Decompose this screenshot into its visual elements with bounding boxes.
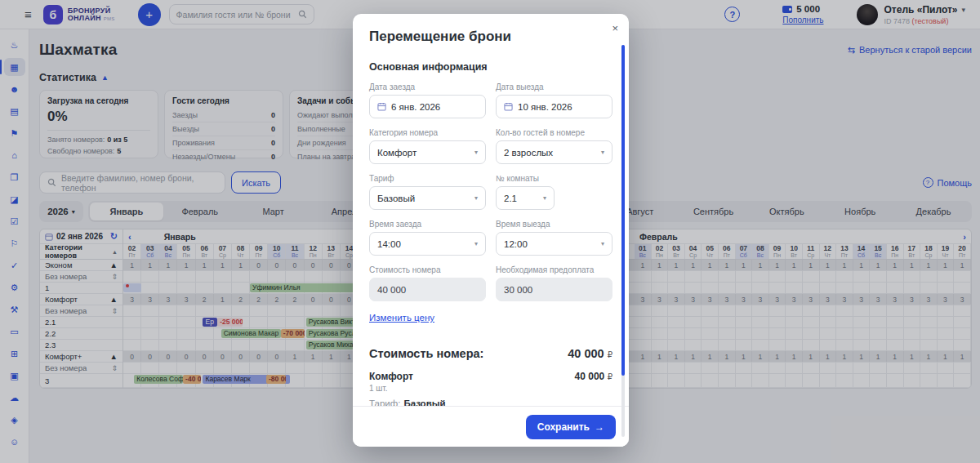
field-Дата заезда: Дата заезда6 янв. 2026 [369,82,486,118]
field-label: Категория номера [369,128,486,137]
field-value: Базовый [377,194,415,203]
field-value: 30 000 [504,285,532,295]
field-input-Необходимая предоплата: 30 000 [496,278,612,301]
close-icon[interactable]: × [612,22,618,34]
item-qty: 1 шт. [369,384,612,393]
field-label: № комнаты [496,174,612,183]
chevron-down-icon: ▾ [474,149,478,156]
field-value: 12:00 [504,239,528,249]
field-value: 40 000 [377,285,406,295]
field-Кол-во гостей в номере: Кол-во гостей в номере2 взрослых▾ [496,128,612,164]
change-price-link[interactable]: Изменить цену [369,313,434,323]
field-input-Дата заезда[interactable]: 6 янв. 2026 [369,95,486,118]
move-booking-modal: × Перемещение брони Основная информация … [353,14,629,447]
field-value: 2.1 [504,194,517,203]
field-input-Время заезда[interactable]: 14:00▾ [369,232,486,256]
chevron-down-icon: ▾ [601,149,604,156]
total-label: Стоимость номера: [369,347,483,360]
field-value: 14:00 [377,239,401,249]
chevron-down-icon: ▾ [474,194,478,202]
field-input-Дата выезда[interactable]: 10 янв. 2026 [496,95,612,118]
field-label: Дата заезда [369,82,486,91]
calendar-icon [377,102,386,111]
field-Необходимая предоплата: Необходимая предоплата30 000 [496,265,612,301]
total-value: 40 000 ₽ [568,347,612,360]
field-Дата выезда: Дата выезда10 янв. 2026 [496,82,612,118]
field-№ комнаты: № комнаты2.1▾ [496,174,612,210]
field-input-Время выезда[interactable]: 12:00▾ [496,232,612,256]
chevron-down-icon: ▾ [474,240,478,247]
chevron-down-icon: ▾ [601,240,604,247]
field-label: Время заезда [369,220,486,229]
field-value: 6 янв. 2026 [391,102,440,112]
field-Категория номера: Категория номераКомфорт▾ [369,128,486,164]
field-value: 10 янв. 2026 [518,102,572,112]
modal-scrollbar-thumb[interactable] [621,45,625,376]
item-name: Комфорт [369,371,413,382]
field-input-№ комнаты[interactable]: 2.1▾ [496,186,555,210]
field-Время заезда: Время заезда14:00▾ [369,220,486,256]
field-label: Дата выезда [496,82,612,91]
field-Стоимость номера: Стоимость номера40 000 [369,265,486,301]
field-label: Время выезда [496,220,612,229]
field-input-Тариф[interactable]: Базовый▾ [369,186,486,210]
modal-scrollbar[interactable] [621,45,625,437]
field-label: Стоимость номера [369,265,486,274]
chevron-down-icon: ▾ [543,194,546,202]
save-button[interactable]: Сохранить→ [526,415,616,439]
modal-footer: Сохранить→ [353,406,629,447]
calendar-icon [504,102,513,111]
field-Время выезда: Время выезда12:00▾ [496,220,612,256]
field-label: Кол-во гостей в номере [496,128,612,137]
field-Тариф: ТарифБазовый▾ [369,174,486,210]
modal-section-title: Основная информация [369,61,612,73]
field-input-Кол-во гостей в номере[interactable]: 2 взрослых▾ [496,140,612,164]
arrow-right-icon: → [595,421,604,433]
item-value: 40 000 ₽ [575,371,612,382]
field-label: Тариф [369,174,486,183]
modal-fields: Дата заезда6 янв. 2026Дата выезда10 янв.… [369,82,612,301]
modal-title: Перемещение брони [369,29,612,45]
field-input-Стоимость номера: 40 000 [369,278,486,301]
field-label: Необходимая предоплата [496,265,612,274]
field-input-Категория номера[interactable]: Комфорт▾ [369,140,486,164]
field-value: 2 взрослых [504,148,553,158]
field-value: Комфорт [377,148,416,158]
